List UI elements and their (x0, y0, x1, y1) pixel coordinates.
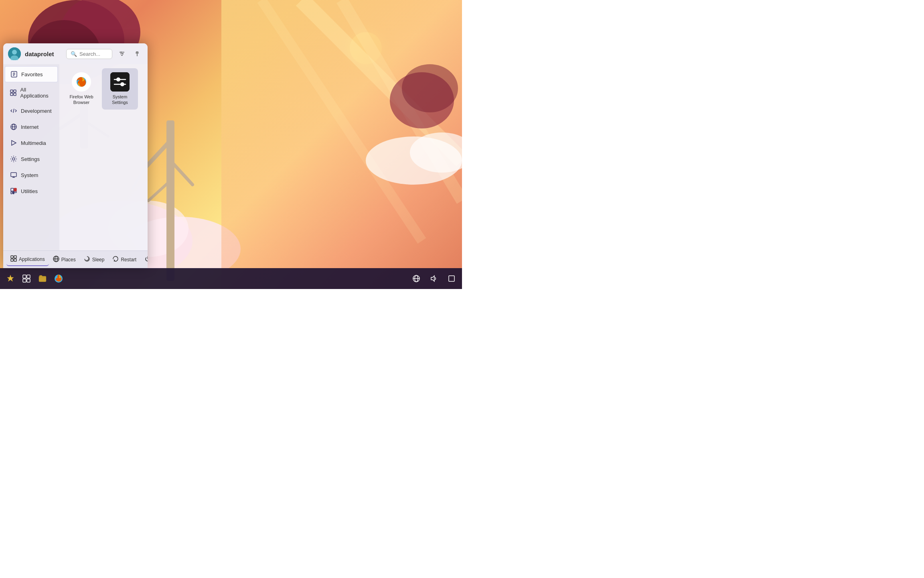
taskbar-firefox[interactable] (51, 271, 66, 286)
avatar (8, 47, 21, 60)
sidebar-item-internet[interactable]: Internet (5, 119, 58, 134)
taskbar-network[interactable] (409, 271, 424, 286)
firefox-icon (72, 72, 91, 92)
sidebar-item-utilities[interactable]: Utilities (5, 183, 58, 199)
applications-button[interactable]: Applications (6, 253, 49, 266)
search-box[interactable]: 🔍 (66, 49, 112, 59)
utilities-label: Utilities (21, 188, 38, 194)
all-apps-label: All Applications (20, 87, 53, 99)
svg-rect-64 (11, 256, 13, 258)
svg-rect-52 (11, 188, 14, 191)
search-input[interactable] (79, 51, 108, 57)
settings-label: Settings (21, 156, 40, 162)
places-label: Places (61, 257, 76, 263)
taskbar-volume[interactable] (427, 271, 441, 286)
menu-content: Firefox WebBrowser SystemSettings (59, 64, 148, 250)
internet-label: Internet (21, 124, 38, 130)
menu-body: Favorites All Applications (3, 64, 148, 250)
svg-rect-59 (110, 72, 130, 92)
system-icon (10, 171, 18, 179)
applications-label: Applications (19, 256, 45, 262)
sunset-right (221, 0, 462, 289)
favorites-label: Favorites (21, 71, 43, 77)
svg-rect-53 (11, 191, 12, 194)
sidebar-item-favorites[interactable]: Favorites (5, 66, 58, 82)
svg-rect-42 (14, 93, 16, 96)
restart-icon (112, 256, 119, 263)
username: dataprolet (25, 51, 62, 57)
taskbar-right (409, 271, 459, 286)
multimedia-icon (10, 139, 18, 147)
sidebar-item-multimedia[interactable]: Multimedia (5, 135, 58, 151)
svg-rect-55 (14, 191, 16, 193)
restart-label: Restart (121, 257, 136, 263)
sleep-label: Sleep (92, 257, 105, 263)
search-icon: 🔍 (71, 51, 77, 57)
sidebar-item-development[interactable]: Development (5, 103, 58, 118)
svg-point-48 (12, 158, 15, 160)
taskbar-files[interactable] (35, 271, 50, 286)
settings-icon (10, 155, 18, 163)
system-settings-label: SystemSettings (112, 94, 128, 106)
app-system-settings[interactable]: SystemSettings (102, 68, 138, 110)
firefox-label: Firefox WebBrowser (69, 94, 93, 106)
favorites-icon (10, 70, 18, 78)
svg-rect-67 (14, 259, 16, 261)
internet-icon (10, 123, 18, 131)
sidebar-item-settings[interactable]: Settings (5, 151, 58, 167)
sidebar-item-all-applications[interactable]: All Applications (5, 83, 58, 102)
shutdown-icon (144, 256, 148, 263)
svg-rect-75 (23, 279, 26, 282)
svg-point-26 (12, 50, 17, 55)
svg-point-32 (122, 53, 124, 55)
taskbar-app-menu[interactable] (3, 271, 18, 286)
svg-marker-47 (12, 140, 16, 145)
svg-rect-56 (14, 188, 16, 191)
svg-point-31 (121, 52, 122, 53)
svg-rect-73 (23, 275, 26, 278)
svg-rect-40 (14, 90, 16, 92)
system-label: System (21, 172, 38, 178)
sleep-icon (84, 256, 90, 263)
svg-point-63 (120, 82, 124, 86)
multimedia-label: Multimedia (21, 140, 46, 146)
svg-rect-39 (10, 90, 13, 92)
svg-rect-81 (449, 276, 454, 281)
pin-button[interactable] (132, 48, 143, 59)
utilities-icon (10, 187, 18, 195)
filter-button[interactable] (116, 48, 128, 59)
svg-point-62 (116, 77, 120, 81)
menu-header: dataprolet 🔍 (3, 43, 148, 64)
restart-button[interactable]: Restart (108, 253, 140, 266)
app-firefox[interactable]: Firefox WebBrowser (63, 68, 99, 110)
applications-icon (10, 255, 17, 263)
svg-point-15 (402, 64, 458, 112)
svg-rect-66 (11, 259, 13, 261)
sidebar-item-system[interactable]: System (5, 167, 58, 183)
menu-bottom-bar: Applications Places Sleep (3, 250, 148, 268)
menu-sidebar: Favorites All Applications (3, 64, 59, 250)
svg-line-43 (13, 109, 14, 113)
development-label: Development (21, 108, 52, 114)
system-settings-icon (110, 72, 130, 92)
taskbar (0, 268, 462, 289)
shutdown-button[interactable]: Shut Down (140, 252, 148, 268)
taskbar-window[interactable] (444, 271, 459, 286)
places-icon (53, 256, 59, 263)
sleep-button[interactable]: Sleep (80, 253, 109, 266)
places-button[interactable]: Places (49, 253, 80, 266)
svg-rect-41 (10, 93, 13, 96)
svg-rect-65 (14, 256, 16, 258)
all-apps-icon (10, 89, 17, 97)
svg-rect-76 (27, 279, 30, 282)
svg-rect-49 (11, 173, 16, 177)
development-icon (10, 107, 18, 115)
taskbar-multitasking[interactable] (19, 271, 34, 286)
app-menu: dataprolet 🔍 (3, 43, 148, 268)
svg-rect-74 (27, 275, 30, 278)
